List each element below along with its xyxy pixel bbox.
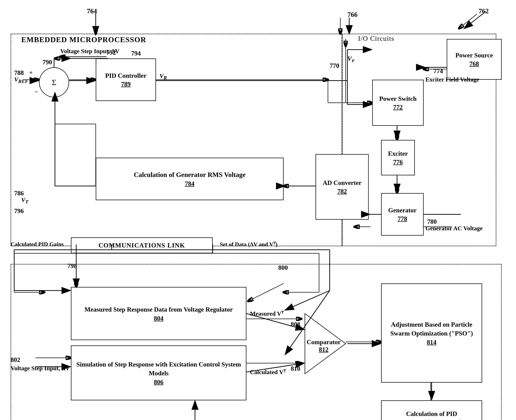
sum-junction: Σ — [39, 67, 69, 98]
svg-line-3 — [459, 14, 477, 28]
ad-converter-number: 782 — [337, 188, 347, 195]
calc-pid-gains-label: Calculated PID Gains — [11, 241, 64, 248]
measured-vt-label: Measured Vᵀ — [250, 310, 284, 317]
calculated-vt-label: Calculated Vᵀ — [250, 368, 286, 375]
generator-label: Generator — [388, 206, 416, 215]
ref-774: 774 — [433, 67, 443, 75]
embedded-microprocessor-title: EMBEDDED MICROPROCESSOR — [21, 35, 146, 44]
adjustment-pso-box: Adjustment Based on Particle Swarm Optim… — [381, 283, 482, 383]
ad-converter-box: AD Converter 782 — [316, 154, 369, 220]
pid-controller-box: PID Controller 789 — [96, 59, 156, 101]
simulation-step-label: Simulation of Step Response with Excitat… — [73, 360, 244, 378]
vt-label: VT — [21, 197, 28, 205]
adjustment-pso-label: Adjustment Based on Particle Swarm Optim… — [383, 320, 480, 338]
comm-link-label: COMMUNICATIONS LINK — [99, 242, 185, 249]
measured-step-number: 804 — [154, 315, 163, 322]
ref-810: 810 — [291, 365, 300, 372]
calc-rms-box: Calculation of Generator RMS Voltage 784 — [96, 158, 284, 200]
plus-sign: + — [29, 69, 33, 76]
voltage-step-802-label: Voltage Step Input, ΔV — [11, 365, 70, 372]
ref-798: 798 — [67, 262, 77, 270]
ref-788: 788 — [14, 69, 24, 76]
exciter-number: 776 — [393, 158, 403, 166]
exciter-box: Exciter 776 — [381, 140, 415, 175]
exciter-field-voltage-label: Exciter Field Voltage — [425, 76, 479, 83]
ref-780: 780 — [427, 218, 437, 225]
power-source-number: 768 — [469, 60, 479, 68]
ref-802: 802 — [11, 356, 20, 363]
adjustment-pso-number: 814 — [427, 338, 436, 346]
power-switch-label: Power Switch — [379, 95, 416, 103]
ref-786: 786 — [14, 189, 24, 197]
measured-step-label: Measured Step Response Data from Voltage… — [85, 305, 233, 314]
set-of-data-label: Set of Data (ΔV and Vᵀ) — [220, 241, 277, 248]
vref-label: VREF — [14, 76, 28, 84]
comm-link-box: COMMUNICATIONS LINK — [71, 237, 213, 253]
vr-label: VR — [160, 73, 167, 81]
ad-converter-label: AD Converter — [323, 179, 362, 187]
ref-794: 794 — [131, 50, 141, 57]
embedded-microprocessor-box — [11, 34, 342, 246]
ref-796: 796 — [14, 207, 24, 215]
power-switch-number: 772 — [393, 104, 403, 111]
generator-box: Generator 778 — [381, 193, 424, 236]
exciter-label: Exciter — [388, 150, 408, 158]
simulation-step-box: Simulation of Step Response with Excitat… — [71, 345, 246, 400]
ref-764: 764 — [87, 7, 97, 15]
vp-label: VP — [347, 55, 354, 63]
pid-controller-number: 789 — [121, 80, 131, 88]
ref-766: 766 — [347, 11, 358, 18]
comparator-label: Comparator 812 — [307, 338, 341, 353]
power-source-label: Power Source — [455, 51, 493, 60]
comparator-container: Comparator 812 — [301, 312, 347, 376]
io-circuits-title: I/O Circuits — [358, 35, 394, 42]
generator-ac-voltage-label: Generator AC Voltage — [425, 225, 483, 232]
calc-rms-label: Calculation of Generator RMS Voltage — [134, 170, 246, 179]
minus-sign: − — [35, 89, 38, 95]
ref-790: 790 — [43, 59, 52, 66]
calc-pid-gains-box-label: Calculation of PIDGains with EstimatedTe… — [402, 410, 461, 420]
power-switch-box: Power Switch 772 — [372, 80, 424, 126]
ref-770: 770 — [330, 62, 339, 69]
ref-808: 808 — [291, 321, 300, 328]
diagram-container: 764 762 766 EMBEDDED MICROPROCESSOR I/O … — [0, 0, 516, 420]
calc-rms-number: 784 — [185, 180, 194, 188]
simulation-step-number: 806 — [154, 378, 163, 386]
ref-762: 762 — [479, 7, 489, 15]
calc-pid-gains-box: Calculation of PIDGains with EstimatedTe… — [381, 400, 482, 420]
measured-step-box: Measured Step Response Data from Voltage… — [71, 287, 246, 340]
pid-controller-label: PID Controller — [105, 72, 146, 80]
power-source-box: Power Source 768 — [447, 39, 502, 80]
generator-number: 778 — [398, 215, 407, 223]
